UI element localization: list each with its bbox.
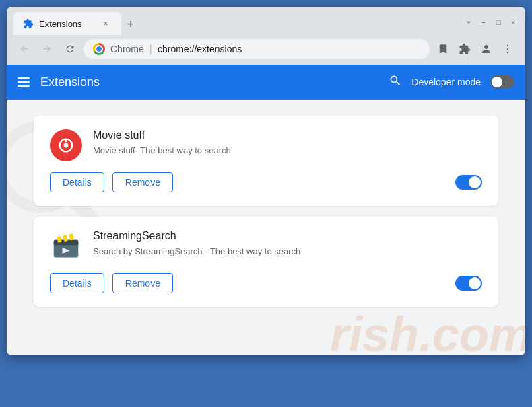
extensions-tab-icon [23,18,34,29]
address-separator: | [149,43,152,55]
extensions-header: Extensions Developer mode [7,65,525,100]
address-input[interactable]: Chrome | chrome://extensions [84,39,430,59]
tab-strip: Extensions × + [13,12,459,35]
header-right: Developer mode [389,74,514,91]
page-title: Extensions [40,75,100,89]
hamburger-line-3 [18,85,30,87]
title-bar: Extensions × + − □ × [7,7,525,35]
card-top-streaming-search: StreamingSearch Search by StreamingSearc… [50,230,482,262]
hamburger-line-1 [18,77,30,79]
movie-stuff-remove-button[interactable]: Remove [112,172,173,192]
menu-button[interactable] [498,40,517,59]
svg-point-6 [64,143,69,148]
streaming-search-details-button[interactable]: Details [50,273,104,293]
card-top-movie-stuff: Movie stuff Movie stuff- The best way to… [50,129,482,161]
movie-stuff-toggle[interactable] [455,175,482,190]
profile-dropdown-btn[interactable] [463,17,474,28]
extensions-button[interactable] [455,40,474,59]
tab-label: Extensions [39,19,82,29]
minimize-button[interactable]: − [478,17,489,28]
streaming-search-info: StreamingSearch Search by StreamingSearc… [93,230,482,258]
streaming-search-icon [50,230,82,262]
bookmark-button[interactable] [434,40,453,59]
streaming-search-desc: Search by StreamingSearch - The best way… [93,245,482,258]
reload-button[interactable] [61,40,79,59]
active-tab[interactable]: Extensions × [13,12,121,35]
maximize-button[interactable]: □ [493,17,504,28]
back-button[interactable] [15,40,34,59]
svg-point-1 [507,48,508,50]
browser-window: Extensions × + − □ × Chrome | [7,7,525,355]
close-button[interactable]: × [508,17,519,28]
svg-rect-12 [69,233,74,240]
address-url: chrome://extensions [158,44,242,54]
card-bottom-movie-stuff: Details Remove [50,172,482,192]
extension-card-movie-stuff: Movie stuff Movie stuff- The best way to… [34,116,498,206]
profile-button[interactable] [477,40,496,59]
hamburger-line-2 [18,81,30,83]
movie-stuff-name: Movie stuff [93,129,482,141]
address-chrome-label: Chrome [110,44,144,54]
header-left: Extensions [18,75,100,89]
address-actions [434,40,517,59]
address-bar: Chrome | chrome://extensions [7,35,525,65]
movie-stuff-details-button[interactable]: Details [50,172,104,192]
hamburger-menu[interactable] [18,77,30,87]
extensions-content: rish.com Movie stuff Movie stuff- The be… [7,100,525,355]
developer-mode-label: Developer mode [411,77,481,87]
chrome-logo-icon [93,43,105,55]
new-tab-button[interactable]: + [121,15,140,34]
movie-stuff-desc: Movie stuff- The best way to search [93,144,482,157]
window-controls: − □ × [463,17,519,28]
streaming-search-toggle[interactable] [455,276,482,291]
card-bottom-streaming-search: Details Remove [50,273,482,293]
svg-point-0 [507,45,508,46]
movie-stuff-icon [50,129,82,161]
movie-stuff-info: Movie stuff Movie stuff- The best way to… [93,129,482,157]
extension-card-streaming-search: StreamingSearch Search by StreamingSearc… [34,217,498,307]
watermark-text: rish.com [330,307,525,355]
streaming-search-name: StreamingSearch [93,230,482,242]
forward-button[interactable] [38,40,57,59]
tab-close-btn[interactable]: × [100,17,112,30]
streaming-search-remove-button[interactable]: Remove [112,273,173,293]
search-button[interactable] [389,74,402,91]
developer-mode-toggle[interactable] [490,75,514,89]
svg-point-2 [507,52,508,53]
